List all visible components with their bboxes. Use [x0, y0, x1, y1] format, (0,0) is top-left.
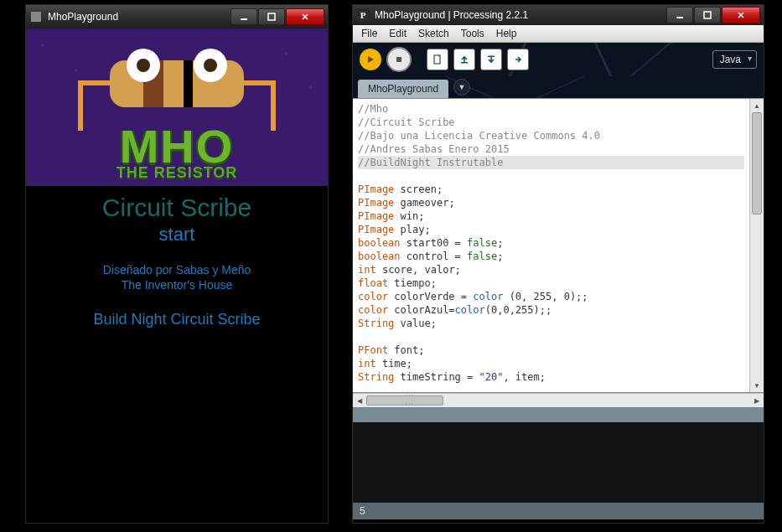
minimize-button[interactable] — [666, 7, 693, 23]
game-title: MhoPlayground — [48, 11, 230, 23]
message-bar — [353, 407, 764, 422]
menu-help[interactable]: Help — [491, 26, 522, 41]
credit-line-2: The Inventor's House — [26, 277, 328, 292]
tabbar: MhoPlayground ▼ — [353, 76, 764, 98]
menu-tools[interactable]: Tools — [456, 26, 489, 41]
save-sketch-button[interactable] — [480, 49, 502, 70]
scroll-right-icon[interactable]: ▶ — [750, 394, 764, 407]
hscroll-thumb[interactable] — [366, 395, 443, 405]
status-bar: 5 — [353, 503, 764, 519]
code-editor[interactable]: //Mho //Circuit Scribe //Bajo una Licenc… — [353, 99, 749, 392]
mho-character-icon — [93, 44, 261, 111]
scroll-down-icon[interactable]: ▼ — [750, 379, 764, 392]
menubar: File Edit Sketch Tools Help — [353, 25, 764, 43]
credit-line-1: Diseñado por Sabas y Meño — [26, 262, 328, 277]
game-canvas[interactable]: MHO THE RESISTOR Circuit Scribe start Di… — [26, 28, 328, 523]
menu-edit[interactable]: Edit — [384, 26, 412, 41]
processing-app-icon: P — [356, 8, 370, 22]
start-button[interactable]: start — [26, 224, 328, 245]
vscroll-thumb[interactable] — [752, 112, 762, 214]
game-subtitle: Circuit Scribe — [26, 194, 328, 222]
game-app-icon — [29, 10, 43, 23]
open-sketch-button[interactable] — [453, 49, 475, 70]
game-titlebar[interactable]: MhoPlayground — [26, 5, 328, 28]
export-button[interactable] — [507, 49, 529, 70]
close-button[interactable] — [722, 7, 760, 23]
ide-title: MhoPlayground | Processing 2.2.1 — [375, 9, 666, 21]
menu-file[interactable]: File — [356, 26, 382, 41]
maximize-button[interactable] — [258, 8, 285, 25]
line-number-indicator: 5 — [360, 505, 365, 517]
game-window: MhoPlayground MHO THE RESISTOR Circuit S… — [25, 4, 329, 524]
game-hero-banner: MHO THE RESISTOR — [26, 28, 328, 187]
logo-sub: THE RESISTOR — [26, 167, 328, 179]
logo-big: MHO — [26, 127, 328, 167]
sketch-tab[interactable]: MhoPlayground — [358, 80, 448, 98]
maximize-button[interactable] — [694, 7, 721, 23]
svg-rect-1 — [241, 18, 247, 20]
stop-button[interactable] — [386, 47, 412, 72]
mode-selector[interactable]: Java — [712, 50, 757, 69]
svg-rect-8 — [488, 56, 495, 58]
console-output[interactable] — [353, 422, 764, 503]
svg-rect-7 — [461, 62, 468, 64]
close-button[interactable] — [286, 8, 324, 25]
editor-area: //Mho //Circuit Scribe //Bajo una Licenc… — [353, 98, 764, 393]
tab-menu-button[interactable]: ▼ — [453, 79, 470, 96]
run-button[interactable] — [360, 49, 381, 70]
game-logo: MHO THE RESISTOR — [26, 127, 328, 179]
vertical-scrollbar[interactable]: ▲ ▼ — [749, 99, 764, 392]
svg-rect-3 — [676, 17, 683, 18]
scroll-left-icon[interactable]: ◀ — [353, 394, 366, 407]
mode-label: Java — [720, 54, 741, 65]
svg-rect-2 — [268, 13, 275, 20]
ide-titlebar[interactable]: P MhoPlayground | Processing 2.2.1 — [353, 5, 764, 25]
svg-rect-0 — [31, 12, 41, 22]
menu-sketch[interactable]: Sketch — [413, 26, 454, 41]
toolbar: Java — [353, 43, 764, 76]
scroll-up-icon[interactable]: ▲ — [750, 99, 764, 112]
minimize-button[interactable] — [230, 8, 257, 25]
ide-window: P MhoPlayground | Processing 2.2.1 File … — [352, 4, 764, 524]
build-night-label: Build Night Circuit Scribe — [26, 311, 328, 328]
svg-rect-4 — [704, 12, 711, 18]
svg-rect-5 — [396, 57, 401, 62]
new-sketch-button[interactable] — [427, 49, 448, 70]
horizontal-scrollbar[interactable]: ◀ ▶ — [353, 393, 764, 407]
